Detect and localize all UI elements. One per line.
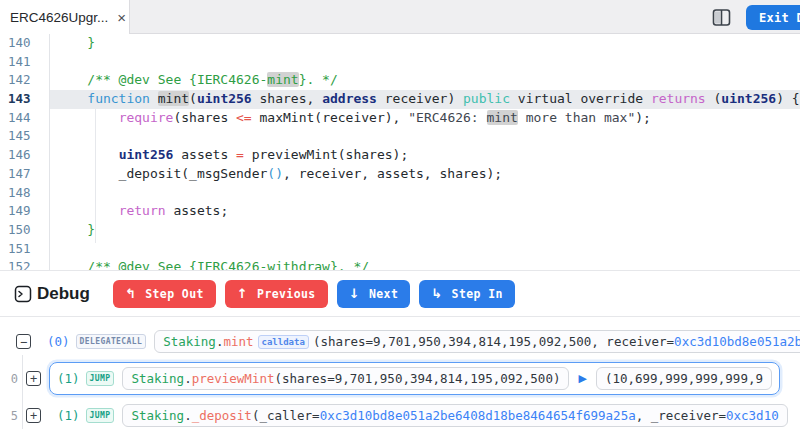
code-token: _deposit(_msgSender [56,166,267,181]
code-token: uint256 [119,147,174,162]
code-line-140: 140 } [0,34,800,53]
code-token: virtual override [510,91,651,106]
code-text: function mint(uint256 shares, address re… [50,90,800,109]
trace-row[interactable]: 5+(1)JUMPStaking._deposit(_caller=0xc3d1… [6,399,800,432]
code-token: receiver) [377,91,463,106]
code-line-150: 150 } [0,221,800,240]
line-number[interactable]: 149 [0,202,50,221]
line-number[interactable]: 140 [0,34,50,53]
line-number[interactable]: 145 [0,127,50,146]
trace-call-box[interactable]: (10,699,999,999,999,9 [596,367,772,390]
step-buttons: ↰Step Out↑Previous↓Next↳Step In [113,280,515,308]
code-text: return assets; [50,202,800,221]
expand-toggle-icon[interactable]: + [26,408,41,423]
code-text: uint256 assets = previewMint(shares); [50,146,800,165]
trace-step-index: 5 [6,409,18,423]
trace-token: _deposit [192,408,252,423]
line-number[interactable]: 144 [0,109,50,128]
code-token [56,110,119,125]
code-line-146: 146 uint256 assets = previewMint(shares)… [0,146,800,165]
call-trace-panel: −(0)DELEGATECALLStaking.mintcalldata(sha… [0,316,800,436]
button-label: Step Out [145,287,204,301]
code-token: ) { [776,91,799,106]
call-depth-label: (0) [47,334,70,349]
code-token: address [322,91,377,106]
code-token: <= [236,110,252,125]
debug-label-group: Debug [14,284,90,304]
code-token: } [56,222,95,237]
code-line-145: 145 [0,127,800,146]
code-line-143: 143 function mint(uint256 shares, addres… [0,90,800,109]
line-number[interactable]: 141 [0,53,50,72]
trace-token: previewMint [192,371,275,386]
code-token: ( [706,91,722,106]
code-line-147: 147 _deposit(_msgSender(), receiver, ass… [0,165,800,184]
address-value: 0xc3d10bd8e051a2be6408d18be8464654f699a2… [320,408,636,423]
code-token: assets [173,147,236,162]
trace-step-index: 0 [6,372,18,386]
trace-token: mint [223,334,253,349]
trace-row-content: (1)JUMPStaking._deposit(_caller=0xc3d10b… [49,399,796,432]
code-token [150,91,158,106]
code-text: } [50,221,800,240]
trace-token: , _receiver= [636,408,726,423]
code-text: _deposit(_msgSender(), receiver, assets,… [50,165,800,184]
trace-row[interactable]: −(0)DELEGATECALLStaking.mintcalldata(sha… [16,325,800,358]
code-token: public [463,91,510,106]
code-token: } [56,35,95,50]
code-token [56,91,87,106]
tab-erc4626upgradeable[interactable]: ERC4626Upgr... × [0,0,130,34]
trace-call-box[interactable]: Staking.mintcalldata(shares=9,701,950,39… [154,330,800,353]
step-in-button[interactable]: ↳Step In [419,280,515,308]
collapse-toggle-icon[interactable]: − [16,334,31,349]
line-number[interactable]: 150 [0,221,50,240]
line-number[interactable]: 148 [0,184,50,203]
code-token: ); [635,110,651,125]
address-value: 0xc3d10 [726,408,779,423]
line-number[interactable]: 143 [0,90,50,109]
button-label: Step In [452,287,503,301]
step-out-icon: ↰ [125,286,136,301]
line-number[interactable]: 151 [0,240,50,259]
tab-bar: ERC4626Upgr... × Exit Deb [0,0,800,34]
code-token: () [267,166,283,181]
line-number[interactable]: 146 [0,146,50,165]
trace-token: Staking [131,371,184,386]
code-token: maxMint(receiver), [252,110,409,125]
code-token: , receiver, assets, shares); [283,166,502,181]
code-text: } [50,34,800,53]
line-number[interactable]: 147 [0,165,50,184]
close-icon[interactable]: × [117,10,126,25]
code-token: mint [487,110,518,125]
button-label: Next [369,287,398,301]
trace-row-content: (0)DELEGATECALLStaking.mintcalldata(shar… [39,325,800,358]
exit-debugger-button[interactable]: Exit Deb [746,5,800,30]
calldata-badge[interactable]: calldata [258,335,309,349]
indent-guide [95,109,96,243]
step-out-button[interactable]: ↰Step Out [113,280,216,308]
expand-toggle-icon[interactable]: + [26,371,41,386]
code-line-152: 152 /** @dev See {IERC4626-withdraw}. */ [0,258,800,270]
trace-token: Staking [163,334,216,349]
code-token: (shares [173,110,236,125]
previous-button[interactable]: ↑Previous [225,280,328,308]
code-line-144: 144 require(shares <= maxMint(receiver),… [0,109,800,128]
code-token: returns [651,91,706,106]
trace-token: . [184,371,192,386]
code-text: require(shares <= maxMint(receiver), "ER… [50,109,800,128]
next-icon: ↓ [349,286,360,301]
code-token: shares, [252,91,322,106]
code-token: uint256 [721,91,776,106]
trace-call-box[interactable]: Staking._deposit(_caller=0xc3d10bd8e051a… [122,404,787,427]
trace-row[interactable]: 0+(1)JUMPStaking.previewMint(shares=9,70… [6,362,800,395]
code-text: /** @dev See {IERC4626-mint}. */ [50,71,800,90]
debug-toolbar: Debug ↰Step Out↑Previous↓Next↳Step In [0,270,800,316]
line-number[interactable]: 142 [0,71,50,90]
trace-token: (shares=9,701,950,394,814,195,092,500) [274,371,560,386]
code-token: function [87,91,150,106]
split-view-icon[interactable] [712,8,731,31]
code-token: /** @dev See {IERC4626- [56,72,267,87]
next-button[interactable]: ↓Next [337,280,411,308]
trace-call-box[interactable]: Staking.previewMint(shares=9,701,950,394… [122,367,569,390]
line-number[interactable]: 152 [0,258,50,270]
